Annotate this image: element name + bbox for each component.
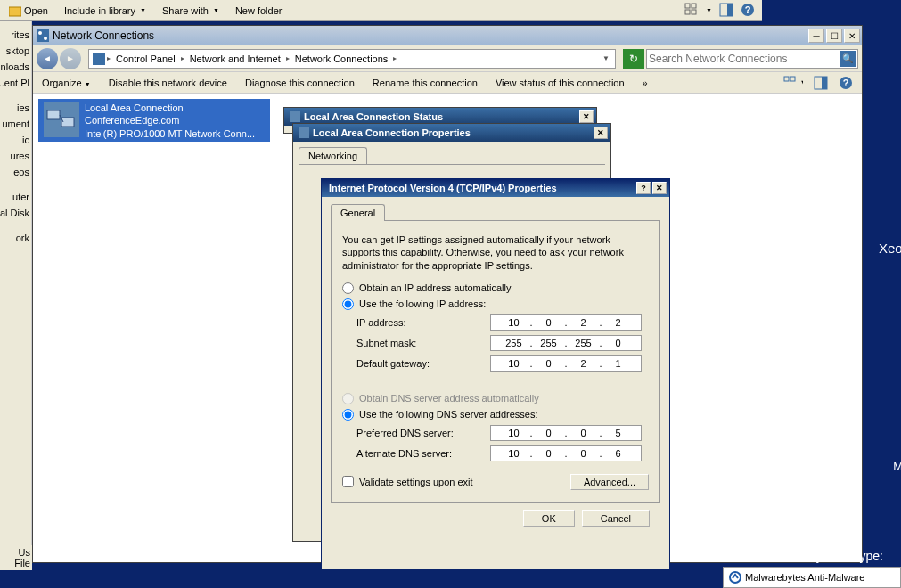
svg-rect-6 [727,4,733,16]
network-icon [37,29,49,42]
svg-text:?: ? [843,78,849,88]
network-icon [290,111,300,122]
share-with-menu[interactable]: Share with▼ [162,5,219,16]
diagnose-button[interactable]: Diagnose this connection [245,78,355,88]
svg-rect-17 [822,77,827,89]
malwarebytes-icon [729,571,741,584]
command-bar: Organize ▼ Disable this network device D… [33,72,862,94]
subnet-mask-input[interactable]: 255. 255. 255. 0 [490,335,642,351]
description-text: You can get IP settings assigned automat… [342,233,649,272]
include-library-menu[interactable]: Include in library▼ [64,5,146,16]
help-icon[interactable]: ? [741,3,755,17]
subnet-mask-label: Subnet mask: [356,338,490,348]
folder-icon [9,4,21,17]
svg-rect-0 [9,7,21,16]
svg-text:▼: ▼ [799,78,803,88]
svg-rect-21 [61,118,74,127]
svg-rect-9 [37,29,49,42]
connection-item[interactable]: Local Area Connection ConferenceEdge.com… [38,99,270,142]
svg-point-11 [44,37,47,40]
help-icon[interactable]: ? [839,76,853,90]
network-icon [93,53,105,65]
organize-menu[interactable]: Organize ▼ [42,78,91,88]
window-titlebar[interactable]: Network Connections ─ ☐ ✕ [33,26,862,45]
ipv4-properties-dialog: Internet Protocol Version 4 (TCP/IPv4) P… [321,178,670,570]
preferred-dns-label: Preferred DNS server: [356,428,490,438]
back-button[interactable]: ◄ [37,48,58,69]
svg-rect-13 [784,77,789,81]
address-bar[interactable]: ▸ Control Panel▸ Network and Internet▸ N… [88,49,616,69]
default-gateway-input[interactable]: 10. 0. 2. 1 [490,355,642,372]
svg-rect-4 [692,10,696,14]
preview-pane-icon[interactable] [814,76,828,90]
connection-domain: ConferenceEdge.com [85,114,255,127]
close-button[interactable]: ✕ [844,29,860,43]
library-toolbar: Open Include in library▼ Share with▼ New… [0,0,762,21]
svg-rect-20 [47,110,60,119]
svg-rect-1 [685,4,690,8]
svg-point-10 [38,31,42,35]
use-following-dns-radio[interactable]: Use the following DNS server addresses: [342,409,649,421]
use-following-ip-radio[interactable]: Use the following IP address: [342,298,649,310]
network-icon [299,127,309,138]
search-input[interactable] [649,53,840,65]
more-button[interactable]: » [643,78,648,88]
forward-button[interactable]: ► [60,48,81,69]
svg-text:?: ? [745,4,751,15]
view-icon[interactable] [684,3,699,17]
view-options-icon[interactable]: ▼ [783,76,803,90]
svg-rect-3 [685,10,690,14]
new-folder-button[interactable]: New folder [235,5,283,16]
desktop-label: Xeon [879,241,901,256]
refresh-button[interactable]: ↻ [623,49,644,69]
ip-address-label: IP address: [356,317,490,328]
svg-rect-23 [290,111,300,122]
minimize-button[interactable]: ─ [808,29,824,43]
general-tab[interactable]: General [331,204,385,221]
close-button[interactable]: ✕ [652,182,667,194]
connection-name: Local Area Connection [85,102,255,114]
obtain-ip-auto-radio[interactable]: Obtain an IP address automatically [342,282,649,294]
open-menu[interactable]: Open [9,4,48,17]
close-button[interactable]: ✕ [594,127,608,139]
ip-address-input[interactable]: 10. 0. 2. 2 [490,314,642,331]
advanced-button[interactable]: Advanced... [570,474,649,490]
ipv4-titlebar[interactable]: Internet Protocol Version 4 (TCP/IPv4) P… [322,179,669,197]
cancel-button[interactable]: Cancel [582,510,650,527]
address-toolbar: ◄ ► ▸ Control Panel▸ Network and Interne… [33,45,862,72]
search-icon[interactable]: 🔍 [840,51,856,67]
properties-title[interactable]: Local Area Connection Properties ✕ [293,124,610,142]
alternate-dns-label: Alternate DNS server: [356,448,490,459]
system-type-label: System Type: [807,549,883,563]
svg-rect-14 [790,77,795,81]
svg-rect-12 [93,53,105,65]
alternate-dns-input[interactable]: 10. 0. 0. 6 [490,445,642,461]
validate-label: Validate settings upon exit [359,477,473,487]
obtain-dns-auto-radio: Obtain DNS server address automatically [342,393,649,404]
nav-pane-fragment: rites sktop nloads ent Pl... ies ument i… [0,21,32,556]
view-status-button[interactable]: View status of this connection [496,78,625,88]
networking-tab[interactable]: Networking [299,147,367,164]
svg-rect-2 [692,4,696,8]
malwarebytes-notification[interactable]: Malwarebytes Anti-Malware [723,567,901,588]
svg-rect-24 [299,127,309,138]
connection-adapter: Intel(R) PRO/1000 MT Network Conn... [85,127,255,140]
preview-pane-icon[interactable] [719,3,733,17]
preferred-dns-input[interactable]: 10. 0. 0. 5 [490,425,642,441]
help-button[interactable]: ? [636,182,651,194]
maximize-button[interactable]: ☐ [826,29,842,43]
search-box[interactable]: 🔍 [646,49,858,69]
default-gateway-label: Default gateway: [356,358,490,369]
connection-icon [44,102,79,137]
disable-device-button[interactable]: Disable this network device [109,78,227,88]
close-button[interactable]: ✕ [579,110,594,123]
rename-button[interactable]: Rename this connection [373,78,478,88]
ok-button[interactable]: OK [523,510,575,527]
validate-checkbox[interactable] [342,476,354,487]
